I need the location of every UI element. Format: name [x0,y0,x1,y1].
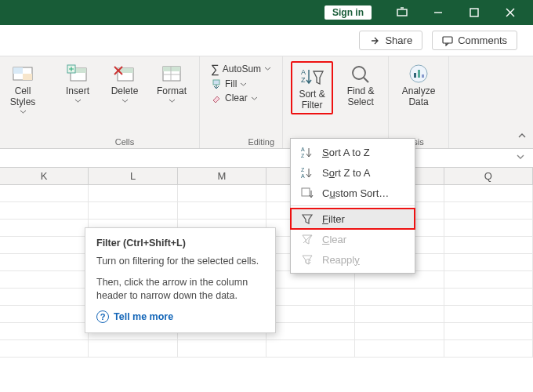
filter-tooltip: Filter (Ctrl+Shift+L) Turn on filtering … [85,227,276,333]
clear-button[interactable]: Clear [208,92,274,104]
maximize-button[interactable] [456,0,492,25]
menu-sort-az[interactable]: AZ SSort A to Zort A to Z [291,142,415,162]
svg-rect-29 [414,73,416,78]
chevron-down-icon [74,97,82,104]
comments-button[interactable]: Comments [432,31,517,50]
col-header[interactable]: Q [444,168,533,184]
svg-rect-0 [397,9,407,16]
chevron-down-icon [20,108,27,115]
sigma-icon: ∑ [211,62,219,75]
expand-formula-bar-button[interactable] [516,152,525,164]
insert-button[interactable]: Insert [58,61,97,104]
analyze-data-icon [405,63,432,85]
minimize-button[interactable] [420,0,456,25]
menu-separator [291,205,415,206]
menu-sort-za[interactable]: ZA Sort Z to A [291,162,415,183]
svg-rect-30 [418,70,420,78]
sort-filter-button[interactable]: AZ Sort & Filter [294,64,330,111]
svg-text:A: A [301,147,305,152]
format-icon [158,63,185,85]
autosum-button[interactable]: ∑AutoSum [208,61,274,76]
col-header[interactable]: K [0,168,89,184]
menu-filter[interactable]: Filter [291,209,415,229]
tell-me-more-link[interactable]: ? Tell me more [96,310,264,323]
titlebar: Sign in [0,0,533,25]
svg-rect-36 [302,188,310,196]
formula-bar [0,149,533,168]
cell-styles-button[interactable]: Cell Styles [3,61,42,115]
svg-text:Z: Z [301,76,306,84]
find-select-button[interactable]: Find & Select [341,61,380,108]
tooltip-title: Filter (Ctrl+Shift+L) [96,238,264,249]
comment-icon [442,35,453,46]
ribbon-display-options-button[interactable] [384,0,420,25]
menu-custom-sort[interactable]: Custom Sort… [291,183,415,203]
col-header[interactable]: L [89,168,177,184]
format-button[interactable]: Format [152,61,191,104]
svg-rect-3 [470,9,478,16]
filter-icon [300,212,314,225]
editing-group-label: Editing [248,137,274,147]
collapse-ribbon-button[interactable] [517,129,527,143]
svg-rect-8 [13,67,23,74]
svg-rect-20 [163,67,180,71]
share-icon [369,35,380,46]
ribbon: Cell Styles Insert Delete Format Ce [0,56,533,149]
svg-point-26 [353,67,365,79]
sign-in-button[interactable]: Sign in [325,5,372,20]
comments-label: Comments [458,34,507,46]
delete-icon [111,63,138,85]
sort-filter-menu: AZ SSort A to Zort A to Z ZA Sort Z to A… [290,138,415,274]
column-headers[interactable]: K L M N Q [0,168,533,185]
sort-filter-icon: AZ [299,66,325,88]
sort-za-icon: ZA [300,166,314,179]
fill-button[interactable]: Fill [208,78,274,90]
svg-text:A: A [301,173,305,179]
share-label: Share [385,34,412,46]
chevron-down-icon [121,97,129,104]
reapply-icon [300,253,314,266]
svg-rect-31 [422,74,424,78]
menu-clear: Clear [291,229,415,249]
svg-rect-6 [443,37,452,43]
insert-icon [64,63,91,85]
fill-down-icon [211,78,222,89]
menu-reapply: Reapply [291,249,415,270]
custom-sort-icon [300,187,314,199]
tooltip-body-2: Then, click the arrow in the column head… [96,276,264,303]
cell-styles-icon [9,63,36,85]
search-icon [347,63,374,85]
svg-text:A: A [301,68,306,76]
sort-filter-highlight: AZ Sort & Filter [291,61,333,114]
delete-button[interactable]: Delete [105,61,144,104]
eraser-icon [211,93,222,103]
analyze-data-button[interactable]: Analyze Data [397,61,441,108]
svg-rect-23 [213,80,219,85]
svg-line-27 [364,78,368,82]
col-header[interactable]: M [178,168,266,184]
svg-rect-9 [23,74,32,80]
chevron-down-icon [169,97,176,104]
cells-group-label: Cells [115,137,134,147]
svg-text:Z: Z [301,153,305,158]
help-icon: ? [96,310,109,323]
close-button[interactable] [492,0,528,25]
sort-az-icon: AZ [300,146,314,158]
tooltip-body-1: Turn on filtering for the selected cells… [96,255,264,268]
action-row: Share Comments [0,25,533,56]
svg-line-37 [303,235,311,243]
clear-filter-icon [300,233,314,245]
share-button[interactable]: Share [359,31,422,50]
svg-text:Z: Z [301,167,305,172]
